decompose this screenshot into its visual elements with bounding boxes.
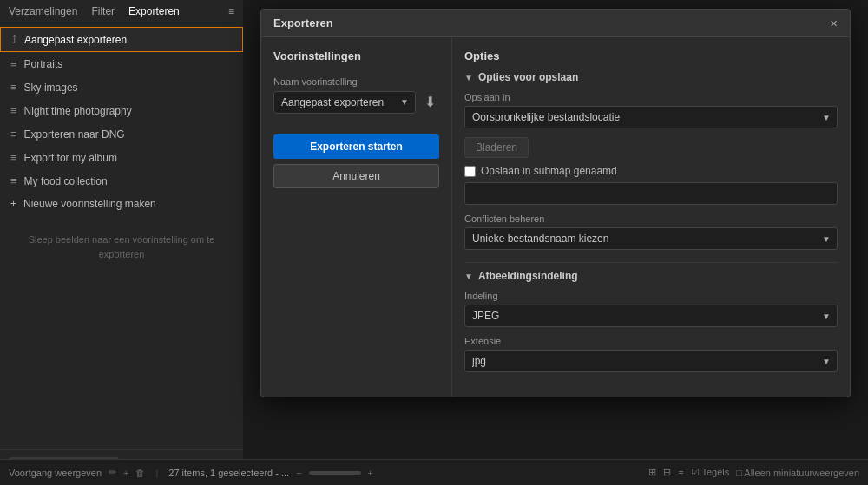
preset-label-night: Night time photography [24,105,132,117]
list-icon-2: ≡ [10,81,17,94]
options-title: Opties [464,49,838,62]
tab-filter[interactable]: Filter [91,5,115,17]
add-preset-item[interactable]: + Nieuwe voorinstelling maken [0,193,243,215]
save-in-label: Opslaan in [464,92,838,102]
save-in-group: Opslaan in Oorspronkelijke bestandslocat… [464,92,838,128]
dialog-body: Voorinstellingen Naam voorinstelling Aan… [261,37,850,397]
dialog-header: Exporteren × [261,10,850,37]
dialog-right-section: Opties ▼ Opties voor opslaan Opslaan in … [452,37,850,397]
preset-label-aangepast: Aangepast exporteren [24,34,127,46]
export-dialog: Exporteren × Voorinstellingen Naam voori… [260,9,851,397]
browse-button[interactable]: Bladeren [464,137,529,158]
subfolder-checkbox-label[interactable]: Opslaan in submap genaamd [464,165,838,177]
tab-exporteren[interactable]: Exporteren [128,5,180,17]
list-icon-5: ≡ [10,151,17,164]
image-format-header[interactable]: ▼ Afbeeldingsindeling [464,270,838,282]
add-status-icon[interactable]: + [123,468,128,478]
dialog-title: Exporteren [273,16,333,29]
preset-label-dng: Exporteren naar DNG [24,128,125,141]
conflicts-select-wrapper: Unieke bestandsnaam kiezen Overschrijven… [464,227,838,250]
preset-item-dng[interactable]: ≡ Exporteren naar DNG [0,122,243,146]
save-options-header[interactable]: ▼ Opties voor opslaan [464,71,838,83]
preset-list: ⤴ Aangepast exporteren ≡ Portraits ≡ Sky… [0,23,243,449]
delete-status-icon[interactable]: 🗑 [135,468,145,478]
save-in-select-wrapper: Oorspronkelijke bestandslocatie ▼ [464,106,838,128]
zoom-minus-icon[interactable]: − [296,468,301,478]
preset-item-aangepast[interactable]: ⤴ Aangepast exporteren [0,27,243,52]
preset-label-portraits: Portraits [24,58,63,70]
preset-item-sky[interactable]: ≡ Sky images [0,75,243,99]
preset-name-group: Naam voorinstelling Aangepast exporteren… [273,76,439,114]
preset-label-album: Export for my album [24,152,117,164]
save-preset-button[interactable]: ⬇ [421,90,439,114]
save-options-chevron-icon: ▼ [464,73,473,82]
presets-section-title: Voorinstellingen [273,49,439,62]
menu-icon[interactable]: ≡ [228,5,234,17]
preset-name-label: Naam voorinstelling [273,76,439,87]
status-bar: Voortgang weergeven ✏ + 🗑 | 27 items, 1 … [0,459,868,485]
extension-select-wrapper: jpg jpeg ▼ [464,350,838,372]
extension-label: Extensie [464,336,838,346]
extension-select[interactable]: jpg jpeg [464,350,838,372]
preset-item-album[interactable]: ≡ Export for my album [0,146,243,169]
subfolder-group: Opslaan in submap genaamd [464,165,838,205]
preset-name-select[interactable]: Aangepast exporteren [273,91,416,114]
list-icon-3: ≡ [10,104,17,117]
edit-status-icon: ✏ [108,467,116,478]
preset-label-food: My food collection [24,175,108,187]
add-icon: + [10,198,16,210]
save-in-select[interactable]: Oorspronkelijke bestandslocatie [464,106,838,128]
format-select-wrapper: JPEG PNG TIFF DNG ▼ [464,305,838,327]
format-select[interactable]: JPEG PNG TIFF DNG [464,305,838,327]
preset-select-wrapper: Aangepast exporteren ▼ [273,91,416,114]
tiles-view-label[interactable]: ☑ Tegels [691,467,730,478]
dialog-overlay: Exporteren × Voorinstellingen Naam voori… [243,0,868,459]
preset-name-row: Aangepast exporteren ▼ ⬇ [273,90,439,114]
tab-verzamelingen[interactable]: Verzamelingen [9,5,77,17]
item-count: 27 items, 1 geselecteerd - ... [168,468,289,478]
list-icon-6: ≡ [10,174,17,187]
section-divider [464,262,838,263]
preset-label-sky: Sky images [24,82,78,94]
top-bar: Verzamelingen Filter Exporteren ≡ [0,0,243,23]
conflicts-group: Conflicten beheren Unieke bestandsnaam k… [464,213,838,250]
preset-item-food[interactable]: ≡ My food collection [0,169,243,193]
left-panel: Verzamelingen Filter Exporteren ≡ ⤴ Aang… [0,0,243,485]
add-preset-label: Nieuwe voorinstelling maken [23,198,156,210]
preset-item-portraits[interactable]: ≡ Portraits [0,52,243,75]
dialog-close-button[interactable]: × [830,16,838,29]
save-options-title: Opties voor opslaan [478,71,578,83]
subfolder-input[interactable] [464,182,838,205]
thumbnail-view-label[interactable]: □ Alleen miniatuurweergeven [736,468,859,478]
list-view-icon[interactable]: ⊟ [663,467,671,478]
progress-text[interactable]: Voortgang weergeven [9,468,102,478]
conflicts-label: Conflicten beheren [464,213,838,224]
list-icon: ≡ [10,57,17,70]
export-start-button[interactable]: Exporteren starten [273,134,439,159]
save-options-group: ▼ Opties voor opslaan Opslaan in Oorspro… [464,71,838,250]
subfolder-checkbox[interactable] [464,166,476,177]
conflicts-select[interactable]: Unieke bestandsnaam kiezen Overschrijven… [464,227,838,250]
detail-view-icon[interactable]: ≡ [678,468,683,478]
image-format-title: Afbeeldingsindeling [478,270,578,282]
grid-view-icon[interactable]: ⊞ [648,467,656,478]
subfolder-label-text: Opslaan in submap genaamd [481,165,617,177]
view-icons: ⊞ ⊟ ≡ ☑ Tegels □ Alleen miniatuurweergev… [648,467,859,478]
extension-group: Extensie jpg jpeg ▼ [464,336,838,372]
list-icon-4: ≡ [10,128,17,141]
export-icon: ⤴ [11,33,17,46]
separator: | [155,468,158,478]
dialog-left-section: Voorinstellingen Naam voorinstelling Aan… [261,37,452,397]
image-format-chevron-icon: ▼ [464,272,473,281]
image-format-group: ▼ Afbeeldingsindeling Indeling JPEG PNG … [464,270,838,372]
zoom-slider[interactable] [309,471,361,475]
preset-item-night[interactable]: ≡ Night time photography [0,99,243,122]
drag-hint: Sleep beelden naar een voorinstelling om… [0,215,243,279]
zoom-plus-icon[interactable]: + [368,468,373,478]
action-buttons: Exporteren starten Annuleren [273,134,439,188]
cancel-button[interactable]: Annuleren [273,164,439,188]
format-label: Indeling [464,291,838,301]
format-group: Indeling JPEG PNG TIFF DNG ▼ [464,291,838,327]
browse-row: Bladeren [464,137,838,158]
